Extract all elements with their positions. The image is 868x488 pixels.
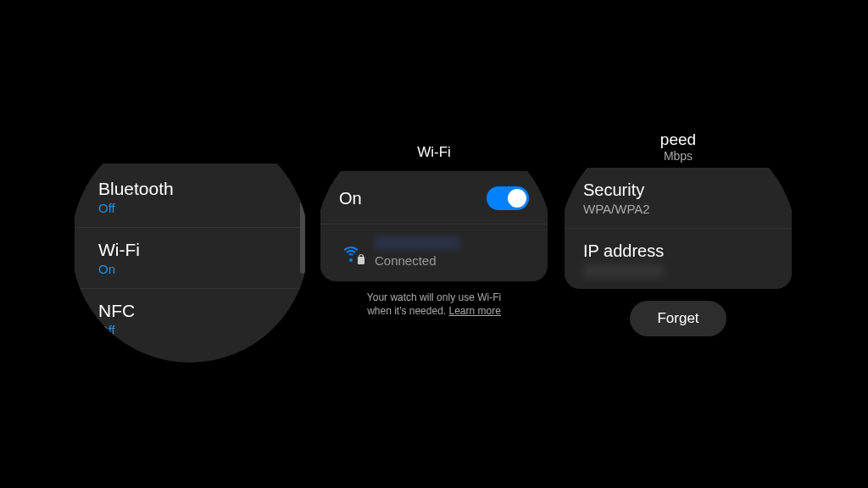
detail-label: Security [583, 180, 773, 200]
watch-screen-network-details: peed Mbps Security WPA/WPA2 IP address F… [559, 125, 797, 363]
network-row[interactable]: Connected [320, 225, 548, 281]
detail-row-ip[interactable]: IP address [565, 228, 792, 289]
ip-address-redacted [583, 264, 664, 277]
item-title: NFC [98, 301, 281, 321]
item-title: Bluetooth [98, 179, 281, 199]
learn-more-link[interactable]: Learn more [448, 305, 500, 317]
item-status: Off [98, 201, 281, 215]
wifi-footer-note: Your watch will only use Wi-Fi when it's… [315, 281, 553, 318]
connections-panel: Bluetooth Off Wi-Fi On NFC Off [75, 164, 305, 363]
wifi-panel: On Connected [320, 171, 548, 281]
list-item-bluetooth[interactable]: Bluetooth Off [75, 164, 305, 227]
lock-icon [358, 257, 364, 264]
watch-screen-connections: Bluetooth Off Wi-Fi On NFC Off [71, 125, 309, 363]
toggle-knob [508, 189, 526, 208]
wifi-toggle[interactable] [487, 186, 529, 210]
watch-screen-wifi: Wi-Fi On Connected [315, 125, 553, 363]
speed-label-partial: peed [559, 130, 797, 149]
wifi-content: Wi-Fi On Connected [315, 125, 553, 363]
connections-content: Bluetooth Off Wi-Fi On NFC Off [71, 125, 309, 363]
toggle-label: On [339, 189, 362, 208]
list-item-nfc[interactable]: NFC Off [75, 288, 305, 349]
item-status: Off [98, 323, 281, 337]
details-top: peed Mbps [559, 125, 797, 163]
network-text: Connected [375, 236, 459, 268]
detail-value: WPA/WPA2 [583, 202, 773, 216]
wifi-toggle-row[interactable]: On [320, 171, 548, 225]
page-title: Wi-Fi [315, 125, 553, 171]
details-content: peed Mbps Security WPA/WPA2 IP address F… [559, 125, 797, 363]
network-name-redacted [375, 236, 459, 250]
speed-value-partial: Mbps [559, 149, 797, 163]
footer-line2: when it's needed. [367, 305, 448, 317]
details-panel: Security WPA/WPA2 IP address [565, 168, 792, 289]
item-status: On [98, 262, 281, 276]
wifi-signal-icon [339, 243, 363, 262]
forget-button[interactable]: Forget [630, 301, 726, 336]
item-title: Wi-Fi [98, 240, 281, 260]
list-item-wifi[interactable]: Wi-Fi On [75, 227, 305, 288]
detail-label: IP address [583, 241, 773, 261]
network-status: Connected [375, 253, 459, 268]
scroll-indicator[interactable] [300, 202, 305, 274]
footer-line1: Your watch will only use Wi-Fi [367, 291, 501, 303]
detail-row-security[interactable]: Security WPA/WPA2 [565, 168, 792, 228]
